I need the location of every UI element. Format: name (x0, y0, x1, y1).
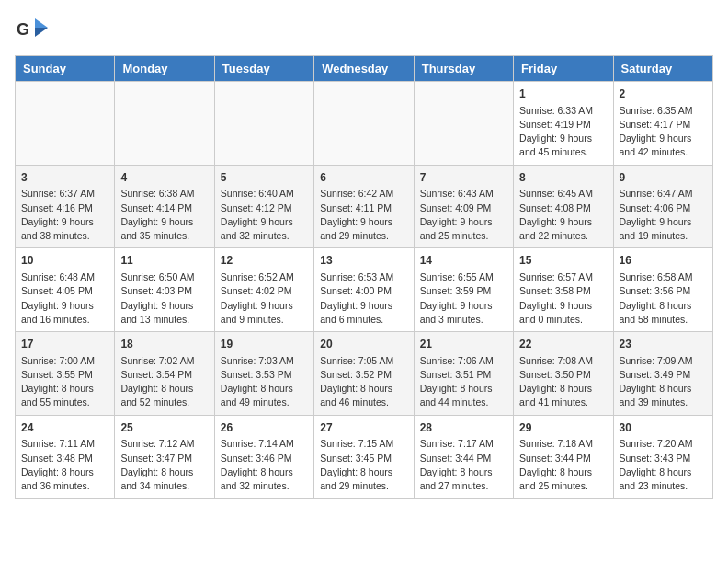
day-number: 19 (221, 337, 308, 352)
day-cell-5: 5Sunrise: 6:40 AM Sunset: 4:12 PM Daylig… (214, 165, 313, 248)
day-cell-28: 28Sunrise: 7:17 AM Sunset: 3:44 PM Dayli… (414, 415, 513, 499)
empty-cell (115, 82, 214, 166)
week-row-5: 24Sunrise: 7:11 AM Sunset: 3:48 PM Dayli… (16, 415, 713, 499)
logo: G (15, 15, 53, 48)
empty-cell (414, 82, 513, 166)
page-header: G (15, 15, 713, 48)
day-number: 9 (620, 170, 707, 186)
empty-cell (314, 82, 414, 166)
day-number: 20 (320, 337, 407, 352)
day-cell-3: 3Sunrise: 6:37 AM Sunset: 4:16 PM Daylig… (16, 165, 115, 248)
day-cell-12: 12Sunrise: 6:52 AM Sunset: 4:02 PM Dayli… (214, 248, 313, 332)
day-number: 26 (221, 420, 308, 436)
day-info: Sunrise: 6:52 AM Sunset: 4:02 PM Dayligh… (221, 270, 308, 327)
day-number: 2 (620, 86, 707, 102)
day-cell-25: 25Sunrise: 7:12 AM Sunset: 3:47 PM Dayli… (115, 415, 214, 499)
day-info: Sunrise: 6:37 AM Sunset: 4:16 PM Dayligh… (21, 187, 108, 243)
day-number: 22 (519, 337, 607, 352)
week-row-1: 1Sunrise: 6:33 AM Sunset: 4:19 PM Daylig… (16, 82, 713, 166)
weekday-header-monday: Monday (115, 56, 214, 82)
day-info: Sunrise: 7:11 AM Sunset: 3:48 PM Dayligh… (21, 437, 108, 493)
day-cell-18: 18Sunrise: 7:02 AM Sunset: 3:54 PM Dayli… (115, 332, 214, 416)
day-number: 27 (320, 420, 407, 436)
day-cell-8: 8Sunrise: 6:45 AM Sunset: 4:08 PM Daylig… (514, 165, 613, 248)
day-number: 30 (620, 420, 707, 436)
day-cell-21: 21Sunrise: 7:06 AM Sunset: 3:51 PM Dayli… (414, 332, 513, 416)
day-info: Sunrise: 6:43 AM Sunset: 4:09 PM Dayligh… (420, 187, 507, 243)
day-cell-27: 27Sunrise: 7:15 AM Sunset: 3:45 PM Dayli… (314, 415, 414, 499)
day-cell-6: 6Sunrise: 6:42 AM Sunset: 4:11 PM Daylig… (314, 165, 414, 248)
day-number: 21 (420, 337, 507, 352)
weekday-header-saturday: Saturday (613, 56, 712, 82)
week-row-3: 10Sunrise: 6:48 AM Sunset: 4:05 PM Dayli… (16, 248, 713, 332)
day-cell-15: 15Sunrise: 6:57 AM Sunset: 3:58 PM Dayli… (514, 248, 613, 332)
day-cell-13: 13Sunrise: 6:53 AM Sunset: 4:00 PM Dayli… (314, 248, 414, 332)
day-cell-9: 9Sunrise: 6:47 AM Sunset: 4:06 PM Daylig… (613, 165, 712, 248)
day-info: Sunrise: 7:00 AM Sunset: 3:55 PM Dayligh… (21, 354, 108, 410)
day-info: Sunrise: 7:15 AM Sunset: 3:45 PM Dayligh… (320, 437, 407, 493)
day-info: Sunrise: 7:09 AM Sunset: 3:49 PM Dayligh… (620, 354, 707, 410)
day-number: 28 (420, 420, 507, 436)
weekday-header-thursday: Thursday (414, 56, 513, 82)
day-number: 13 (320, 253, 407, 269)
weekday-header-wednesday: Wednesday (314, 56, 414, 82)
day-number: 23 (620, 337, 707, 352)
day-info: Sunrise: 7:06 AM Sunset: 3:51 PM Dayligh… (420, 354, 507, 410)
day-cell-1: 1Sunrise: 6:33 AM Sunset: 4:19 PM Daylig… (514, 82, 613, 166)
day-number: 14 (420, 253, 507, 269)
day-cell-20: 20Sunrise: 7:05 AM Sunset: 3:52 PM Dayli… (314, 332, 414, 416)
day-cell-16: 16Sunrise: 6:58 AM Sunset: 3:56 PM Dayli… (613, 248, 712, 332)
empty-cell (214, 82, 313, 166)
day-info: Sunrise: 6:55 AM Sunset: 3:59 PM Dayligh… (420, 270, 507, 327)
day-cell-11: 11Sunrise: 6:50 AM Sunset: 4:03 PM Dayli… (115, 248, 214, 332)
day-cell-17: 17Sunrise: 7:00 AM Sunset: 3:55 PM Dayli… (16, 332, 115, 416)
day-cell-2: 2Sunrise: 6:35 AM Sunset: 4:17 PM Daylig… (613, 82, 712, 166)
day-number: 5 (221, 170, 308, 186)
day-number: 1 (519, 86, 607, 102)
day-cell-29: 29Sunrise: 7:18 AM Sunset: 3:44 PM Dayli… (514, 415, 613, 499)
day-info: Sunrise: 7:18 AM Sunset: 3:44 PM Dayligh… (519, 437, 607, 493)
day-number: 12 (221, 253, 308, 269)
day-info: Sunrise: 6:38 AM Sunset: 4:14 PM Dayligh… (120, 187, 208, 243)
day-info: Sunrise: 6:58 AM Sunset: 3:56 PM Dayligh… (620, 270, 707, 327)
calendar-table: SundayMondayTuesdayWednesdayThursdayFrid… (15, 55, 713, 499)
day-info: Sunrise: 7:08 AM Sunset: 3:50 PM Dayligh… (519, 354, 607, 410)
week-row-4: 17Sunrise: 7:00 AM Sunset: 3:55 PM Dayli… (16, 332, 713, 416)
day-info: Sunrise: 6:45 AM Sunset: 4:08 PM Dayligh… (519, 187, 607, 243)
day-number: 16 (620, 253, 707, 269)
week-row-2: 3Sunrise: 6:37 AM Sunset: 4:16 PM Daylig… (16, 165, 713, 248)
day-cell-19: 19Sunrise: 7:03 AM Sunset: 3:53 PM Dayli… (214, 332, 313, 416)
day-info: Sunrise: 6:47 AM Sunset: 4:06 PM Dayligh… (620, 187, 707, 243)
day-info: Sunrise: 6:48 AM Sunset: 4:05 PM Dayligh… (21, 270, 108, 327)
day-number: 7 (420, 170, 507, 186)
day-cell-10: 10Sunrise: 6:48 AM Sunset: 4:05 PM Dayli… (16, 248, 115, 332)
weekday-header-row: SundayMondayTuesdayWednesdayThursdayFrid… (16, 56, 713, 82)
day-number: 11 (120, 253, 208, 269)
day-number: 10 (21, 253, 108, 269)
day-number: 8 (519, 170, 607, 186)
day-cell-14: 14Sunrise: 6:55 AM Sunset: 3:59 PM Dayli… (414, 248, 513, 332)
empty-cell (16, 82, 115, 166)
day-info: Sunrise: 7:03 AM Sunset: 3:53 PM Dayligh… (221, 354, 308, 410)
day-cell-26: 26Sunrise: 7:14 AM Sunset: 3:46 PM Dayli… (214, 415, 313, 499)
day-cell-22: 22Sunrise: 7:08 AM Sunset: 3:50 PM Dayli… (514, 332, 613, 416)
weekday-header-tuesday: Tuesday (214, 56, 313, 82)
day-number: 4 (120, 170, 208, 186)
day-number: 17 (21, 337, 108, 352)
day-info: Sunrise: 6:40 AM Sunset: 4:12 PM Dayligh… (221, 187, 308, 243)
day-cell-30: 30Sunrise: 7:20 AM Sunset: 3:43 PM Dayli… (613, 415, 712, 499)
day-info: Sunrise: 7:20 AM Sunset: 3:43 PM Dayligh… (620, 437, 707, 493)
day-number: 3 (21, 170, 108, 186)
day-info: Sunrise: 6:57 AM Sunset: 3:58 PM Dayligh… (519, 270, 607, 327)
weekday-header-sunday: Sunday (16, 56, 115, 82)
day-info: Sunrise: 7:02 AM Sunset: 3:54 PM Dayligh… (120, 354, 208, 410)
day-number: 18 (120, 337, 208, 352)
day-info: Sunrise: 6:50 AM Sunset: 4:03 PM Dayligh… (120, 270, 208, 327)
day-info: Sunrise: 7:12 AM Sunset: 3:47 PM Dayligh… (120, 437, 208, 493)
day-number: 29 (519, 420, 607, 436)
day-number: 6 (320, 170, 407, 186)
day-cell-7: 7Sunrise: 6:43 AM Sunset: 4:09 PM Daylig… (414, 165, 513, 248)
day-number: 24 (21, 420, 108, 436)
day-info: Sunrise: 6:42 AM Sunset: 4:11 PM Dayligh… (320, 187, 407, 243)
day-number: 15 (519, 253, 607, 269)
